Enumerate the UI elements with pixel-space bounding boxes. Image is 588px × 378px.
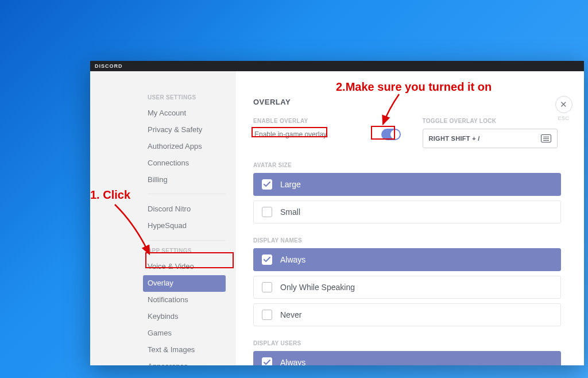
display-names-option-never[interactable]: Never [253, 303, 561, 326]
app-brand: DISCORD [95, 63, 123, 69]
display-names-header: DISPLAY NAMES [253, 237, 561, 244]
checkbox-icon [262, 207, 272, 217]
enable-overlay-label: Enable in-game overlay. [253, 130, 330, 138]
annotation-step1: 1. Click [90, 188, 130, 202]
close-icon: ✕ [560, 99, 567, 110]
display-users-option-always[interactable]: Always [253, 351, 561, 365]
sidebar-item-overlay[interactable]: Overlay [143, 275, 226, 292]
checkbox-icon [262, 282, 272, 292]
sidebar-item-voice-video[interactable]: Voice & Video [143, 259, 226, 275]
settings-content: OVERLAY ENABLE OVERLAY Enable in-game ov… [236, 71, 584, 365]
sidebar-item-games[interactable]: Games [143, 325, 226, 342]
sidebar-item-appearance[interactable]: Appearance [143, 358, 226, 365]
display-names-option-only-while-speaking[interactable]: Only While Speaking [253, 276, 561, 299]
close-button[interactable]: ✕ [555, 96, 572, 113]
annotation-step2: 2.Make sure you turned it on [336, 80, 492, 94]
titlebar: DISCORD [90, 61, 584, 71]
enable-overlay-toggle[interactable] [381, 129, 401, 140]
close-label: ESC [558, 115, 569, 121]
toggle-lock-header: TOGGLE OVERLAY LOCK [423, 118, 558, 124]
sidebar-item-privacy-safety[interactable]: Privacy & Safety [143, 122, 226, 138]
display-names-option-always[interactable]: Always [253, 248, 561, 271]
sidebar-item-text-images[interactable]: Text & Images [143, 342, 226, 358]
sidebar-item-hypesquad[interactable]: HypeSquad [143, 218, 226, 234]
option-label: Large [280, 180, 301, 189]
display-users-header: DISPLAY USERS [253, 340, 561, 346]
avatar-size-option-small[interactable]: Small [253, 200, 561, 223]
sidebar-header-user: USER SETTINGS [148, 94, 226, 101]
checkbox-icon [262, 179, 272, 190]
checkbox-icon [262, 357, 272, 365]
app-body: USER SETTINGS My AccountPrivacy & Safety… [90, 71, 584, 365]
avatar-size-header: AVATAR SIZE [253, 162, 561, 168]
settings-window: DISCORD USER SETTINGS My AccountPrivacy … [90, 61, 584, 365]
settings-sidebar: USER SETTINGS My AccountPrivacy & Safety… [90, 71, 236, 365]
close-area: ✕ ESC [553, 96, 574, 121]
sidebar-divider [148, 194, 226, 194]
sidebar-item-discord-nitro[interactable]: Discord Nitro [143, 201, 226, 218]
sidebar-item-my-account[interactable]: My Account [143, 105, 226, 122]
sidebar-item-connections[interactable]: Connections [143, 155, 226, 172]
option-label: Never [280, 310, 301, 319]
sidebar-item-notifications[interactable]: Notifications [143, 292, 226, 308]
sidebar-header-app: APP SETTINGS [148, 248, 226, 254]
page-title: OVERLAY [253, 98, 561, 106]
option-label: Always [280, 255, 305, 264]
sidebar-divider [148, 240, 226, 241]
avatar-size-option-large[interactable]: Large [253, 173, 561, 196]
enable-overlay-header: ENABLE OVERLAY [253, 118, 401, 124]
option-label: Small [280, 207, 300, 217]
option-label: Only While Speaking [280, 283, 355, 292]
sidebar-item-keybinds[interactable]: Keybinds [143, 308, 226, 325]
sidebar-item-billing[interactable]: Billing [143, 172, 226, 188]
keyboard-icon [541, 134, 551, 142]
checkbox-icon [262, 310, 272, 320]
checkbox-icon [262, 254, 272, 265]
sidebar-item-authorized-apps[interactable]: Authorized Apps [143, 138, 226, 155]
option-label: Always [280, 358, 305, 365]
overlay-lock-keybind[interactable]: RIGHT SHIFT + / [423, 129, 558, 148]
keybind-value: RIGHT SHIFT + / [429, 135, 480, 142]
